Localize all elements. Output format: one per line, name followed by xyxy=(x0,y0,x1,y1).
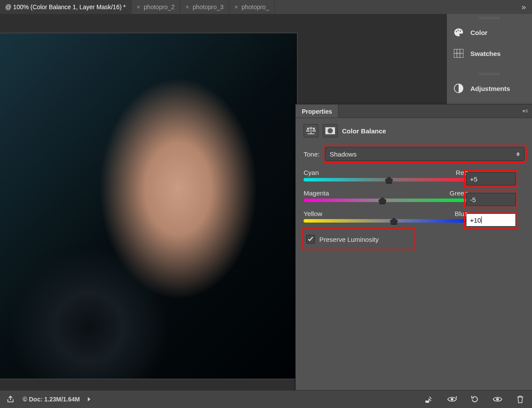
panel-tab-properties[interactable]: Properties xyxy=(296,105,339,118)
panel-menu-icon[interactable]: ▾≡ xyxy=(518,108,532,114)
layer-mask-icon[interactable] xyxy=(323,124,338,137)
slider-right-label: Green xyxy=(449,189,468,197)
visibility-previous-icon[interactable] xyxy=(446,394,458,404)
panel-grip-icon[interactable] xyxy=(447,14,532,22)
color-balance-slider[interactable] xyxy=(304,219,468,223)
panel-footer-icons xyxy=(424,394,526,404)
document-tab-active[interactable]: @ 100% (Color Balance 1, Layer Mask/16) … xyxy=(0,0,131,14)
slider-left-label: Cyan xyxy=(304,169,319,176)
document-tab-title: @ 100% (Color Balance 1, Layer Mask/16) … xyxy=(5,3,126,10)
svg-point-2 xyxy=(460,31,461,32)
document-tab-title: photopro_2 xyxy=(144,3,175,10)
chevron-updown-icon xyxy=(516,152,520,156)
tone-row: Tone: Shadows xyxy=(304,147,525,161)
slider-value-input[interactable]: -5 xyxy=(466,193,516,206)
slider-row: YellowBlue xyxy=(304,210,468,223)
adjustment-title: Color Balance xyxy=(342,127,386,135)
document-tab[interactable]: × photopro_ xyxy=(229,0,275,14)
reset-icon[interactable] xyxy=(469,394,480,404)
document-tab-title: photopro_ xyxy=(242,3,269,10)
slider-row: CyanRed xyxy=(304,169,468,181)
status-bar: © Doc: 1.23M/1.64M xyxy=(0,390,532,408)
svg-point-0 xyxy=(456,31,457,32)
document-tab[interactable]: × photopro_2 xyxy=(131,0,180,14)
adjustments-icon xyxy=(453,84,464,93)
preserve-luminosity-row: Preserve Luminosity xyxy=(304,230,414,248)
close-icon[interactable]: × xyxy=(137,3,140,10)
close-icon[interactable]: × xyxy=(186,3,189,10)
canvas-image[interactable] xyxy=(0,33,297,379)
share-icon[interactable] xyxy=(6,395,15,403)
doc-info: © Doc: 1.23M/1.64M xyxy=(23,396,80,403)
palette-icon xyxy=(453,28,464,37)
svg-point-12 xyxy=(496,398,499,401)
trash-icon[interactable] xyxy=(515,394,526,404)
properties-panel: Properties ▾≡ Color Balance Tone: Shadow… xyxy=(295,104,532,408)
slider-thumb-icon[interactable] xyxy=(390,218,398,225)
svg-point-1 xyxy=(458,30,459,31)
svg-rect-10 xyxy=(425,401,429,403)
adjustment-header: Color Balance xyxy=(304,124,525,137)
color-balance-slider[interactable] xyxy=(304,178,468,181)
panel-button-color[interactable]: Color xyxy=(447,22,532,43)
portrait-rendering xyxy=(0,33,297,379)
panel-button-label: Color xyxy=(470,29,487,36)
preserve-luminosity-label: Preserve Luminosity xyxy=(319,236,379,243)
panel-header: Properties ▾≡ xyxy=(296,105,532,118)
clip-to-layer-icon[interactable] xyxy=(424,394,435,404)
panel-button-label: Swatches xyxy=(470,50,501,57)
panel-button-adjustments[interactable]: Adjustments xyxy=(447,78,532,99)
tone-select[interactable]: Shadows xyxy=(325,147,525,161)
tone-label: Tone: xyxy=(304,150,320,158)
panel-button-label: Adjustments xyxy=(470,85,510,92)
panel-button-swatches[interactable]: Swatches xyxy=(447,43,532,64)
close-icon[interactable]: × xyxy=(235,3,238,10)
scales-icon[interactable] xyxy=(304,124,318,137)
tab-overflow-button[interactable]: » xyxy=(516,0,532,14)
doc-info-menu-icon[interactable] xyxy=(88,397,90,401)
slider-row: MagentaGreen xyxy=(304,189,468,202)
svg-point-9 xyxy=(328,128,333,133)
tone-value: Shadows xyxy=(330,150,357,158)
panel-grip-icon[interactable] xyxy=(447,70,532,78)
preserve-luminosity-checkbox[interactable] xyxy=(306,235,315,244)
slider-thumb-icon[interactable] xyxy=(378,197,386,204)
document-tab-bar: @ 100% (Color Balance 1, Layer Mask/16) … xyxy=(0,0,532,14)
slider-value-input[interactable]: +5 xyxy=(466,172,516,185)
visibility-icon[interactable] xyxy=(492,394,503,404)
document-tab-title: photopro_3 xyxy=(193,3,224,10)
swatches-icon xyxy=(453,49,464,58)
slider-value-input[interactable]: +10 xyxy=(466,213,516,227)
slider-thumb-icon[interactable] xyxy=(385,177,393,184)
color-balance-slider[interactable] xyxy=(304,199,468,202)
svg-point-11 xyxy=(451,398,453,401)
document-tab[interactable]: × photopro_3 xyxy=(180,0,229,14)
slider-left-label: Magenta xyxy=(304,189,329,197)
slider-left-label: Yellow xyxy=(304,210,322,217)
